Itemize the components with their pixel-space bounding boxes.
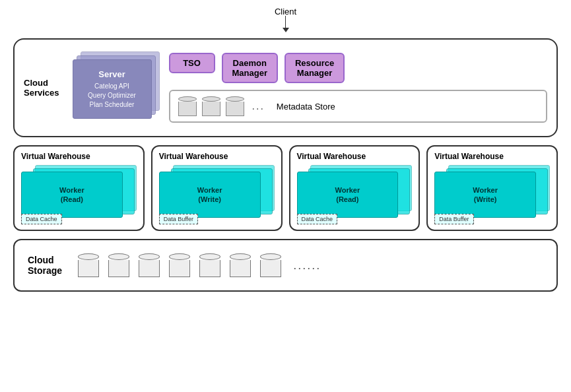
- cache-box-4: Data Buffer: [434, 214, 473, 224]
- server-page-front: Server Catelog APIQuery OptimizerPlan Sc…: [73, 59, 152, 119]
- worker-page-front-2: Worker(Write): [159, 172, 261, 218]
- worker-stack-4: Worker(Write) Data Buffer: [434, 165, 550, 224]
- storage-cyl-4: [169, 253, 190, 277]
- metadata-cylinder-1: [178, 96, 197, 116]
- server-desc: Catelog APIQuery OptimizerPlan Scheduler: [88, 82, 136, 110]
- worker-stack-3: Worker(Read) Data Cache: [297, 165, 413, 224]
- cloud-right: TSO DaemonManager ResourceManager: [169, 53, 548, 123]
- client-area: Client: [13, 7, 558, 30]
- cloud-services-label: CloudServices: [24, 78, 59, 98]
- worker-stack-1: Worker(Read) Data Cache: [21, 165, 137, 224]
- main-diagram: Client CloudServices Server Catelog APIQ…: [0, 0, 571, 392]
- storage-cyl-6: [230, 253, 251, 277]
- metadata-dots: ...: [252, 100, 265, 112]
- warehouse-box-2: Virtual Warehouse Worker(Write) Data Buf…: [151, 145, 283, 231]
- storage-cyl-3: [139, 253, 160, 277]
- metadata-cylinder-3: [226, 96, 244, 116]
- cache-box-1: Data Cache: [21, 214, 62, 224]
- client-arrow: [283, 16, 289, 32]
- metadata-cylinder-2: [202, 96, 220, 116]
- worker-page-front-3: Worker(Read): [297, 172, 399, 218]
- worker-title-3: Worker(Read): [335, 185, 360, 205]
- cloud-storage-box: CloudStorage ......: [13, 239, 558, 292]
- cache-box-2: Data Buffer: [159, 214, 198, 224]
- cloud-storage-label: CloudStorage: [28, 255, 62, 276]
- server-stack: Server Catelog APIQuery OptimizerPlan Sc…: [70, 51, 162, 124]
- server-title: Server: [98, 69, 125, 79]
- client-label: Client: [275, 7, 296, 16]
- warehouse-box-4: Virtual Warehouse Worker(Write) Data Buf…: [426, 145, 558, 231]
- worker-page-front-4: Worker(Write): [434, 172, 536, 218]
- worker-title-1: Worker(Read): [59, 185, 84, 205]
- service-box-daemon: DaemonManager: [222, 53, 278, 83]
- warehouse-label-1: Virtual Warehouse: [21, 152, 90, 161]
- worker-stack-2: Worker(Write) Data Buffer: [159, 165, 275, 224]
- storage-dots: ......: [293, 259, 321, 273]
- service-box-resource: ResourceManager: [285, 53, 345, 83]
- warehouse-label-4: Virtual Warehouse: [434, 152, 504, 161]
- warehouses-row: Virtual Warehouse Worker(Read) Data Cach…: [13, 145, 558, 231]
- storage-cyl-7: [260, 253, 281, 277]
- metadata-row: ... Metadata Store: [169, 90, 548, 123]
- warehouse-box-1: Virtual Warehouse Worker(Read) Data Cach…: [13, 145, 145, 231]
- worker-title-2: Worker(Write): [197, 185, 222, 205]
- worker-page-front-1: Worker(Read): [21, 172, 123, 218]
- storage-cyl-5: [199, 253, 220, 277]
- warehouse-box-3: Virtual Warehouse Worker(Read) Data Cach…: [289, 145, 420, 231]
- services-top-row: TSO DaemonManager ResourceManager: [169, 53, 548, 83]
- metadata-label: Metadata Store: [277, 102, 335, 112]
- cloud-services-box: CloudServices Server Catelog APIQuery Op…: [13, 38, 558, 137]
- storage-cyl-1: [78, 253, 99, 277]
- arrow-head: [283, 28, 289, 32]
- warehouse-label-2: Virtual Warehouse: [159, 152, 228, 161]
- arrow-line: [285, 16, 286, 28]
- cache-box-3: Data Cache: [297, 214, 338, 224]
- worker-title-4: Worker(Write): [473, 185, 498, 205]
- service-box-tso: TSO: [169, 53, 215, 73]
- storage-cyl-2: [108, 253, 129, 277]
- warehouse-label-3: Virtual Warehouse: [297, 152, 366, 161]
